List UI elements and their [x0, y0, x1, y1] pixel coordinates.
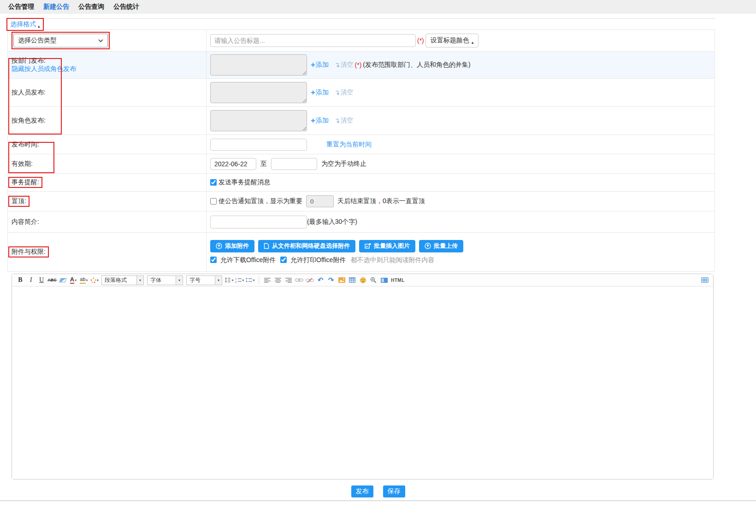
reminder-checkbox[interactable] — [210, 179, 217, 186]
add-attachment-button[interactable]: 添加附件 — [210, 240, 254, 252]
line-height-icon — [224, 277, 231, 283]
fullscreen-button[interactable] — [700, 275, 709, 285]
person-scope-textarea[interactable] — [210, 82, 307, 103]
undo-button[interactable]: ↶ — [316, 275, 325, 285]
batch-insert-image-button[interactable]: 批量插入图片 — [359, 240, 415, 252]
dept-clear-link[interactable]: 清空 — [341, 61, 354, 69]
caret-down-icon: ▾ — [242, 278, 244, 282]
insert-link-button[interactable] — [295, 275, 304, 285]
reset-to-now-link[interactable]: 重置为当前时间 — [326, 140, 372, 149]
tab-announcement-query[interactable]: 公告查询 — [77, 2, 105, 12]
reminder-checkbox-label: 发送事务提醒消息 — [210, 178, 711, 187]
caret-down-icon: ▾ — [97, 278, 99, 282]
caret-down-icon: ▾ — [136, 276, 143, 285]
align-right-icon — [285, 278, 292, 283]
special-effects-button[interactable]: ▾ — [90, 275, 99, 285]
sticky-checkbox-label: 使公告通知置顶，显示为重要 — [219, 197, 302, 205]
tab-announcement-statistics[interactable]: 公告统计 — [112, 2, 140, 12]
row-publish-by-role: 按角色发布: + 添加 ↴ 清空 — [8, 107, 715, 135]
hide-person-role-link[interactable]: 隐藏按人员或角色发布 — [12, 65, 76, 72]
svg-text:1: 1 — [235, 277, 237, 280]
dept-add-link[interactable]: 添加 — [316, 61, 329, 69]
bullet-list-button[interactable]: ▾ — [246, 275, 255, 285]
attachments-label: 附件与权限: — [8, 246, 49, 257]
sticky-days-input[interactable] — [306, 195, 334, 207]
person-label: 按人员发布: — [12, 88, 46, 96]
remove-link-button[interactable] — [305, 275, 314, 285]
paragraph-format-select[interactable]: 段落格式 ▾ — [101, 275, 144, 285]
validity-note: 为空为手动终止 — [321, 160, 366, 168]
insert-table-button[interactable] — [348, 275, 357, 285]
reminder-label: 事务提醒: — [8, 177, 42, 188]
align-left-button[interactable] — [263, 275, 272, 285]
align-center-button[interactable] — [273, 275, 283, 285]
triangle-up-icon: ▴ — [472, 41, 474, 45]
validity-end-input[interactable] — [271, 158, 317, 170]
preview-button[interactable] — [369, 275, 378, 285]
insert-image-button[interactable] — [337, 275, 346, 285]
row-sticky-top: 置顶: 使公告通知置顶，显示为重要 天后结束置顶，0表示一直置顶 — [8, 192, 715, 211]
underline-button[interactable]: U — [37, 275, 46, 285]
font-size-select[interactable]: 字号 ▾ — [186, 275, 222, 285]
summary-note: (最多输入30个字) — [307, 218, 357, 226]
remove-format-button[interactable] — [58, 275, 67, 285]
html-source-button[interactable]: HTML — [391, 275, 405, 285]
validity-label: 有效期: — [12, 160, 33, 167]
row-validity: 有效期: 至 为空为手动终止 — [8, 154, 715, 174]
publish-button[interactable]: 发布 — [351, 485, 373, 497]
plus-icon: + — [311, 88, 315, 97]
bold-button[interactable]: B — [16, 275, 25, 285]
allow-print-checkbox[interactable] — [280, 257, 287, 263]
set-title-color-button[interactable]: 设置标题颜色 ▴ — [425, 34, 479, 47]
row-publish-by-department: 按部门发布: 隐藏按人员或角色发布 + 添加 ↴ 清空 (*) (发布范围取部门… — [8, 52, 715, 79]
font-color-button[interactable]: A ▾ — [69, 275, 78, 285]
caret-down-icon: ▾ — [215, 276, 222, 285]
sticky-checkbox[interactable] — [210, 198, 217, 205]
batch-upload-button[interactable]: 批量上传 — [419, 240, 463, 252]
allow-download-checkbox[interactable] — [210, 257, 217, 263]
dept-label: 按部门发布: — [12, 57, 202, 65]
unlink-icon — [306, 278, 314, 283]
font-family-select[interactable]: 字体 ▾ — [147, 275, 183, 285]
caret-down-icon: ▾ — [231, 278, 233, 282]
ordered-list-button[interactable]: 12 ▾ — [235, 275, 244, 285]
align-left-icon — [264, 278, 271, 283]
top-navbar: 公告管理 新建公告 公告查询 公告统计 — [0, 0, 756, 14]
align-right-button[interactable] — [284, 275, 293, 285]
strikethrough-button[interactable]: ABC — [47, 275, 57, 285]
editor-body[interactable] — [12, 286, 713, 479]
announcement-type-select[interactable]: 选择公告类型 — [13, 34, 108, 47]
save-button[interactable]: 保存 — [383, 485, 405, 497]
tab-announcement-management[interactable]: 公告管理 — [7, 2, 35, 12]
toggle-panel-button[interactable] — [379, 275, 389, 285]
dept-scope-textarea[interactable] — [210, 54, 307, 76]
role-clear-link[interactable]: 清空 — [341, 117, 354, 125]
italic-button[interactable]: I — [26, 275, 35, 285]
person-add-link[interactable]: 添加 — [316, 88, 329, 97]
link-icon — [295, 278, 303, 282]
upload-circle-icon — [216, 243, 222, 249]
role-add-link[interactable]: 添加 — [316, 117, 329, 125]
summary-input[interactable] — [210, 216, 307, 228]
scope-required-mark: (*) — [355, 61, 362, 69]
line-height-button[interactable]: ▾ — [224, 275, 234, 285]
ordered-list-icon: 12 — [235, 277, 242, 283]
choose-format-link[interactable]: 选择格式 ▴ — [6, 18, 44, 31]
publish-time-input[interactable] — [210, 139, 307, 151]
smiley-icon — [360, 277, 366, 283]
validity-start-input[interactable] — [210, 158, 256, 170]
triangle-up-icon: ▴ — [38, 24, 40, 29]
editor-toolbar: B I U ABC A ▾ ab ▾ ▾ 段落格式 ▾ 字体 ▾ — [12, 274, 713, 286]
tab-new-announcement[interactable]: 新建公告 — [42, 2, 70, 12]
sticky-label: 置顶: — [8, 196, 30, 207]
image-icon — [338, 277, 345, 283]
highlight-color-button[interactable]: ab ▾ — [79, 275, 89, 285]
select-from-cabinet-button[interactable]: 从文件柜和网络硬盘选择附件 — [258, 240, 355, 252]
title-input[interactable] — [210, 34, 416, 47]
row-type-title: 选择公告类型 (*) 设置标题颜色 ▴ — [8, 30, 715, 52]
redo-button[interactable]: ↷ — [326, 275, 336, 285]
person-clear-link[interactable]: 清空 — [341, 88, 354, 97]
insert-emoticon-button[interactable] — [358, 275, 367, 285]
role-scope-textarea[interactable] — [210, 110, 307, 131]
publish-time-label: 发布时间: — [12, 140, 39, 148]
